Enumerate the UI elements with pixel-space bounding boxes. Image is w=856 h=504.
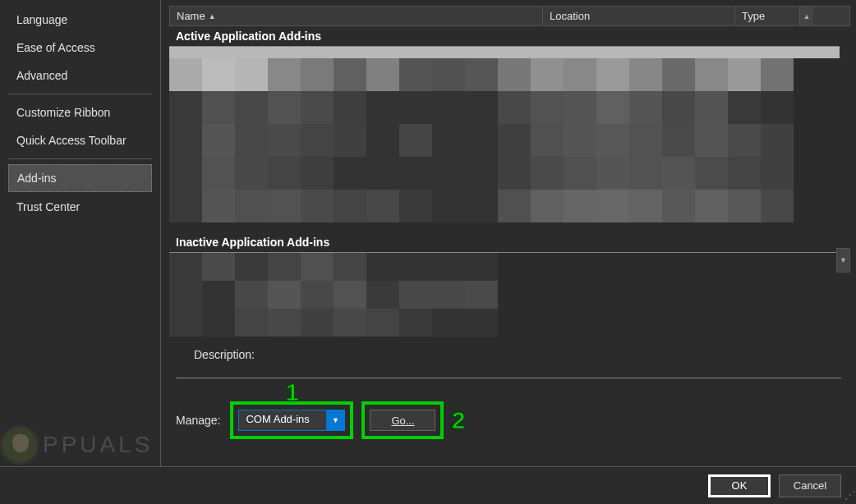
resize-grip-icon[interactable]: ⋰ (844, 493, 854, 502)
active-addins-list[interactable] (169, 58, 840, 222)
column-name-label: Name (177, 10, 205, 22)
cancel-button[interactable]: Cancel (779, 474, 841, 497)
inactive-addins-list[interactable] (169, 253, 667, 337)
column-header-type[interactable]: Type (735, 7, 799, 25)
sidebar-item-add-ins[interactable]: Add-ins (8, 164, 152, 192)
addins-table-header: Name ▲ Location Type ▲ (169, 6, 850, 26)
sidebar-item-language[interactable]: Language (8, 7, 152, 33)
annotation-number-1: 1 (285, 378, 299, 406)
sidebar-item-trust-center[interactable]: Trust Center (8, 194, 152, 220)
column-header-location[interactable]: Location (543, 7, 735, 25)
options-sidebar: Language Ease of Access Advanced Customi… (0, 0, 160, 466)
manage-label: Manage: (176, 414, 220, 427)
manage-dropdown[interactable]: COM Add-ins ▼ (238, 410, 345, 431)
sidebar-item-customize-ribbon[interactable]: Customize Ribbon (8, 99, 152, 126)
column-header-name[interactable]: Name ▲ (170, 7, 543, 25)
manage-dropdown-value: COM Add-ins (239, 410, 326, 430)
inactive-addins-header: Inactive Application Add-ins (169, 232, 840, 253)
sidebar-divider (8, 94, 152, 94)
chevron-down-icon: ▼ (326, 410, 344, 430)
panel-divider (176, 378, 841, 378)
scroll-down-button[interactable]: ▼ (836, 248, 850, 273)
go-button-label: Go... (391, 415, 414, 427)
selected-addin-row[interactable] (169, 47, 840, 58)
sidebar-item-advanced[interactable]: Advanced (8, 62, 152, 89)
sort-ascending-icon: ▲ (209, 12, 216, 21)
sidebar-item-ease-of-access[interactable]: Ease of Access (8, 34, 152, 61)
dialog-footer: OK Cancel ⋰ (0, 466, 856, 504)
go-button[interactable]: Go... (370, 410, 435, 431)
annotation-box-2: 2 Go... (361, 401, 444, 439)
ok-button[interactable]: OK (708, 474, 771, 497)
sidebar-item-quick-access-toolbar[interactable]: Quick Access Toolbar (8, 127, 152, 153)
annotation-box-1: 1 COM Add-ins ▼ (230, 401, 353, 439)
active-addins-header: Active Application Add-ins (169, 26, 840, 47)
description-label: Description: (194, 348, 856, 361)
sidebar-divider (8, 158, 152, 159)
addins-panel: Name ▲ Location Type ▲ Active Applicatio… (160, 0, 856, 466)
annotation-number-2: 2 (452, 406, 466, 434)
scroll-up-button[interactable]: ▲ (799, 7, 813, 25)
